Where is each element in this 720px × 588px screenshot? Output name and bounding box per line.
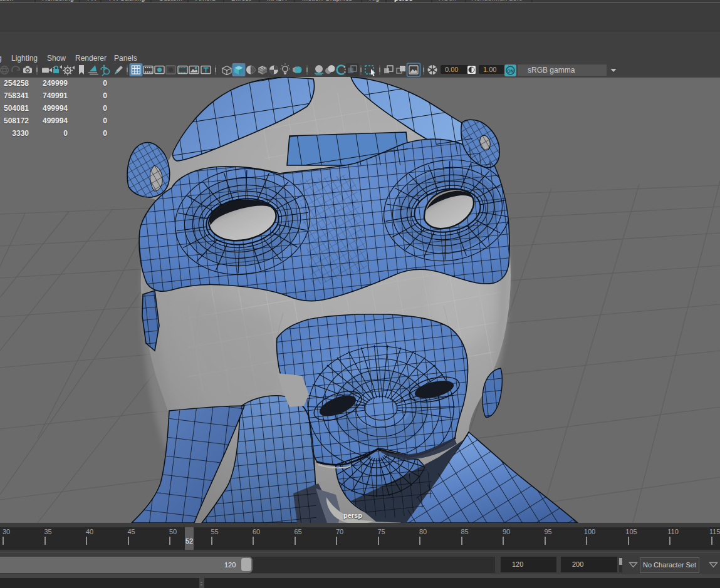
svg-text:ON: ON bbox=[507, 69, 514, 73]
